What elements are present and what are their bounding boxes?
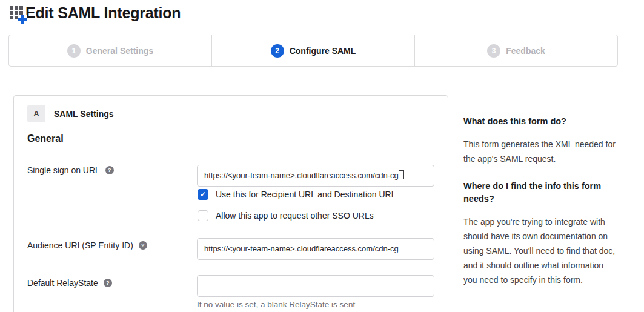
- text-cursor: [399, 170, 404, 179]
- relay-state-hint: If no value is set, a blank RelayState i…: [197, 300, 355, 309]
- section-title: SAML Settings: [54, 109, 114, 119]
- help-icon[interactable]: ?: [104, 279, 112, 287]
- step-label: Configure SAML: [290, 46, 356, 56]
- help-icon[interactable]: ?: [105, 166, 114, 174]
- audience-uri-input[interactable]: https://<your-team-name>.cloudflareacces…: [197, 238, 434, 260]
- wizard-stepper: 1 General Settings 2 Configure SAML 3 Fe…: [8, 35, 618, 67]
- help-heading: What does this form do?: [463, 115, 616, 128]
- help-body: The app you're trying to integrate with …: [463, 214, 616, 287]
- sso-url-label-text: Single sign on URL: [27, 165, 100, 175]
- step-feedback[interactable]: 3 Feedback: [414, 35, 617, 66]
- step-number-badge: 3: [487, 44, 500, 58]
- relay-state-input[interactable]: [197, 275, 434, 297]
- checkbox-checked-icon[interactable]: ✓: [198, 189, 208, 200]
- saml-settings-panel: A SAML Settings General Single sign on U…: [13, 95, 448, 312]
- audience-uri-label-text: Audience URI (SP Entity ID): [27, 241, 133, 250]
- step-general-settings[interactable]: 1 General Settings: [9, 35, 211, 66]
- step-number-badge: 2: [271, 44, 284, 58]
- section-badge: A: [27, 105, 45, 122]
- step-label: General Settings: [86, 46, 153, 56]
- relay-state-label: Default RelayState ?: [27, 278, 112, 288]
- app-add-icon: [10, 6, 24, 21]
- help-section-where: Where do I find the info this form needs…: [463, 180, 616, 287]
- step-configure-saml[interactable]: 2 Configure SAML: [211, 35, 414, 66]
- help-section-what: What does this form do? This form genera…: [463, 115, 616, 166]
- sso-url-input[interactable]: https://<your-team-name>.cloudflareacces…: [197, 165, 434, 187]
- help-sidebar: What does this form do? This form genera…: [463, 115, 616, 287]
- help-body: This form generates the XML needed for t…: [463, 137, 616, 166]
- other-sso-checkbox-row[interactable]: Allow this app to request other SSO URLs: [198, 210, 374, 221]
- recipient-url-checkbox-label: Use this for Recipient URL and Destinati…: [216, 190, 396, 199]
- sso-url-value: https://<your-team-name>.cloudflareacces…: [204, 171, 399, 180]
- step-label: Feedback: [506, 46, 545, 56]
- recipient-url-checkbox-row[interactable]: ✓ Use this for Recipient URL and Destina…: [198, 189, 396, 200]
- step-number-badge: 1: [67, 44, 81, 58]
- plus-icon: [18, 15, 27, 24]
- page-header: Edit SAML Integration: [10, 4, 181, 22]
- group-title-general: General: [27, 133, 64, 144]
- audience-uri-value: https://<your-team-name>.cloudflareacces…: [204, 244, 399, 253]
- help-icon[interactable]: ?: [139, 241, 147, 250]
- audience-uri-label: Audience URI (SP Entity ID) ?: [27, 241, 147, 250]
- checkbox-unchecked-icon[interactable]: [198, 210, 208, 221]
- other-sso-checkbox-label: Allow this app to request other SSO URLs: [216, 211, 374, 221]
- help-heading: Where do I find the info this form needs…: [463, 180, 616, 205]
- relay-state-label-text: Default RelayState: [27, 278, 98, 288]
- page-title: Edit SAML Integration: [25, 4, 181, 22]
- sso-url-label: Single sign on URL ?: [27, 165, 114, 175]
